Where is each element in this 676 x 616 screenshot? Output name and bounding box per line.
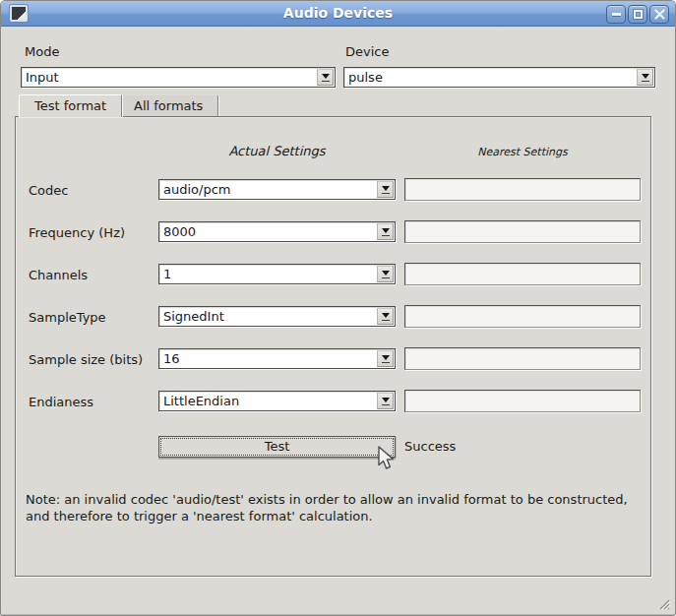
device-label: Device <box>345 44 389 59</box>
close-icon <box>654 9 665 20</box>
codec-row: Codec audio/pcm <box>1 178 676 201</box>
sampletype-label: SampleType <box>29 307 106 328</box>
device-value: pulse <box>348 69 633 86</box>
mode-dropdown-button[interactable] <box>317 69 334 86</box>
chevron-down-icon <box>642 74 649 79</box>
close-button[interactable] <box>649 5 669 24</box>
note-line2: and therefore to trigger a 'nearest form… <box>26 508 373 524</box>
audio-devices-window: Audio Devices Mode Input Device pulse Te… <box>0 0 676 616</box>
channels-value: 1 <box>163 266 373 282</box>
endianess-row: Endianess LittleEndian <box>1 390 676 412</box>
mode-label: Mode <box>25 44 59 59</box>
frequency-dropdown-button[interactable] <box>377 223 394 240</box>
endianess-label: Endianess <box>29 392 93 412</box>
tab-all-formats[interactable]: All formats <box>119 95 218 116</box>
samplesize-nearest-field <box>404 347 641 370</box>
chevron-down-icon <box>382 398 390 402</box>
endianess-combobox[interactable]: LittleEndian <box>158 391 396 411</box>
mode-combobox[interactable]: Input <box>21 67 336 88</box>
codec-dropdown-button[interactable] <box>377 181 394 198</box>
chevron-down-icon <box>382 228 390 233</box>
window-title: Audio Devices <box>1 5 675 21</box>
mouse-cursor <box>378 446 397 471</box>
test-status-label: Success <box>404 439 456 454</box>
device-combobox[interactable]: pulse <box>343 67 655 88</box>
sampletype-nearest-field <box>404 305 641 328</box>
samplesize-row: Sample size (bits) 16 <box>1 347 676 370</box>
mode-value: Input <box>26 69 313 86</box>
chevron-underline <box>382 362 390 363</box>
tab-test-format[interactable]: Test format <box>19 94 122 117</box>
endianess-dropdown-button[interactable] <box>377 393 394 409</box>
sampletype-combobox[interactable]: SignedInt <box>158 306 396 327</box>
chevron-down-icon <box>382 313 390 318</box>
codec-value: audio/pcm <box>163 181 373 198</box>
chevron-underline <box>382 193 390 194</box>
channels-row: Channels 1 <box>1 263 676 285</box>
channels-nearest-field <box>404 263 641 285</box>
sampletype-value: SignedInt <box>163 308 373 325</box>
codec-nearest-field <box>404 178 641 201</box>
frequency-label: Frequency (Hz) <box>29 222 125 243</box>
chevron-underline <box>382 277 390 278</box>
chevron-underline <box>642 81 649 82</box>
frequency-combobox[interactable]: 8000 <box>158 221 396 242</box>
chevron-underline <box>322 81 330 82</box>
samplesize-combobox[interactable]: 16 <box>158 348 396 369</box>
sampletype-dropdown-button[interactable] <box>377 308 394 325</box>
channels-dropdown-button[interactable] <box>377 266 394 282</box>
frequency-value: 8000 <box>163 223 373 240</box>
channels-combobox[interactable]: 1 <box>158 264 396 284</box>
test-button[interactable]: Test <box>158 436 396 458</box>
frequency-row: Frequency (Hz) 8000 <box>1 220 676 243</box>
chevron-down-icon <box>382 186 390 191</box>
nearest-settings-heading: Nearest Settings <box>404 146 641 158</box>
minimize-icon <box>612 13 621 16</box>
samplesize-value: 16 <box>163 350 373 367</box>
maximize-icon <box>634 10 643 19</box>
endianess-nearest-field <box>404 390 641 412</box>
sampletype-row: SampleType SignedInt <box>1 305 676 328</box>
chevron-underline <box>382 235 390 236</box>
note-line1: Note: an invalid codec 'audio/test' exis… <box>26 491 628 508</box>
actual-settings-heading: Actual Settings <box>158 144 396 158</box>
device-dropdown-button[interactable] <box>637 69 653 86</box>
codec-label: Codec <box>29 180 68 201</box>
chevron-underline <box>382 404 390 405</box>
samplesize-label: Sample size (bits) <box>29 349 143 370</box>
resize-grip-icon[interactable] <box>654 594 670 610</box>
chevron-underline <box>382 320 390 321</box>
chevron-down-icon <box>382 271 390 276</box>
channels-label: Channels <box>29 265 88 285</box>
endianess-value: LittleEndian <box>163 393 373 409</box>
chevron-down-icon <box>322 74 330 79</box>
codec-combobox[interactable]: audio/pcm <box>158 179 396 200</box>
maximize-button[interactable] <box>628 5 647 24</box>
chevron-down-icon <box>382 355 390 360</box>
frequency-nearest-field <box>404 220 641 243</box>
samplesize-dropdown-button[interactable] <box>377 350 394 367</box>
minimize-button[interactable] <box>606 5 626 24</box>
titlebar[interactable]: Audio Devices <box>1 1 675 27</box>
